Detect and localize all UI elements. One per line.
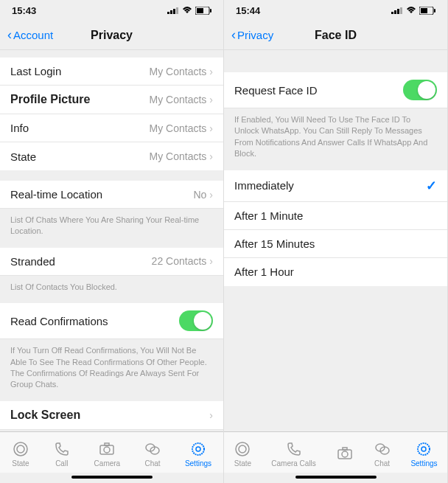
svg-point-8 xyxy=(17,445,24,453)
info-row[interactable]: Info My Contacts› xyxy=(0,114,223,142)
camera-icon xyxy=(336,445,354,462)
tab-chat[interactable]: Chat xyxy=(374,440,391,468)
chevron-left-icon: ‹ xyxy=(231,27,236,43)
svg-point-10 xyxy=(104,447,110,453)
row-label: After 15 Minutes xyxy=(234,237,315,250)
last-login-row[interactable]: Last Login My Contacts› xyxy=(0,58,223,86)
signal-icon xyxy=(391,7,403,14)
svg-rect-17 xyxy=(394,10,396,14)
row-label: After 1 Minute xyxy=(234,209,303,222)
battery-icon xyxy=(419,7,435,15)
gear-icon xyxy=(189,440,207,458)
row-value: › xyxy=(209,409,213,421)
wifi-icon xyxy=(182,7,192,14)
nav-bar: ‹ Privacy Face ID xyxy=(224,21,447,50)
tab-bar: State Camera Calls Chat Settings xyxy=(224,431,447,473)
row-label: Info xyxy=(10,122,29,134)
signal-icon xyxy=(167,7,179,14)
row-value: My Contacts› xyxy=(150,122,213,134)
svg-point-26 xyxy=(342,451,348,457)
chevron-right-icon: › xyxy=(209,189,213,201)
tab-settings[interactable]: Settings xyxy=(185,440,211,468)
row-label: Last Login xyxy=(10,65,61,77)
svg-rect-5 xyxy=(197,8,203,13)
location-footer: List Of Chats Where You Are Sharing Your… xyxy=(0,209,223,243)
chevron-right-icon: › xyxy=(209,409,213,421)
svg-rect-2 xyxy=(173,9,175,14)
svg-point-14 xyxy=(192,443,204,455)
svg-point-24 xyxy=(239,445,246,453)
phone-icon xyxy=(53,440,71,458)
request-faceid-row: Request Face ID xyxy=(224,72,447,108)
tab-state[interactable]: State xyxy=(12,440,29,468)
tab-call[interactable]: Camera Calls xyxy=(271,440,316,468)
stranded-footer: List Of Contacts You Blocked. xyxy=(0,276,223,299)
right-phone: 15:44 ‹ Privacy Face ID Request Face ID … xyxy=(224,0,448,483)
status-bar: 15:44 xyxy=(224,0,447,21)
back-button[interactable]: ‹ Account xyxy=(7,27,53,43)
status-icons xyxy=(391,7,435,15)
tab-state[interactable]: State xyxy=(234,440,251,468)
option-15-minutes[interactable]: After 15 Minutes xyxy=(224,230,447,258)
request-faceid-toggle[interactable] xyxy=(403,80,437,100)
tab-bar: State Call Camera Chat Settings xyxy=(0,431,223,473)
tab-settings[interactable]: Settings xyxy=(410,440,437,468)
read-confirmations-toggle[interactable] xyxy=(179,310,213,331)
option-1-hour[interactable]: After 1 Hour xyxy=(224,258,447,286)
battery-icon xyxy=(195,7,211,15)
back-button[interactable]: ‹ Privacy xyxy=(231,27,273,43)
option-1-minute[interactable]: After 1 Minute xyxy=(224,202,447,230)
chevron-right-icon: › xyxy=(209,94,213,105)
chevron-right-icon: › xyxy=(209,150,213,162)
row-value: No› xyxy=(193,189,213,201)
svg-point-23 xyxy=(236,442,249,456)
camera-icon xyxy=(98,440,116,458)
row-label: Stranded xyxy=(10,255,55,268)
status-time: 15:44 xyxy=(236,5,260,16)
status-icons xyxy=(167,7,211,15)
tab-chat[interactable]: Chat xyxy=(144,440,161,468)
row-value: My Contacts› xyxy=(150,66,213,77)
content: Last Login My Contacts› Profile Picture … xyxy=(0,50,223,431)
chevron-left-icon: ‹ xyxy=(7,27,12,43)
tab-camera[interactable]: Camera xyxy=(94,440,121,468)
svg-rect-18 xyxy=(397,9,399,14)
stranded-row[interactable]: Stranded 22 Contacts› xyxy=(0,248,223,276)
row-label: Lock Screen xyxy=(10,409,80,422)
home-indicator xyxy=(71,476,153,479)
page-title: Privacy xyxy=(91,29,133,42)
svg-rect-21 xyxy=(421,8,427,13)
tab-call[interactable]: Call xyxy=(53,440,71,468)
profile-picture-row[interactable]: Profile Picture My Contacts› xyxy=(0,86,223,114)
status-time: 15:43 xyxy=(12,5,36,16)
status-bar: 15:43 xyxy=(0,0,223,21)
svg-rect-11 xyxy=(105,443,109,445)
row-label: State xyxy=(10,150,36,163)
row-label: Immediately xyxy=(234,179,294,192)
chevron-right-icon: › xyxy=(209,66,213,77)
svg-rect-1 xyxy=(170,10,172,14)
tab-camera[interactable] xyxy=(336,445,354,464)
row-label: Real-time Location xyxy=(10,188,102,201)
row-label: Request Face ID xyxy=(234,84,318,97)
row-value: My Contacts› xyxy=(150,94,213,105)
state-row[interactable]: State My Contacts› xyxy=(0,142,223,170)
svg-point-30 xyxy=(418,443,430,455)
circle-icon xyxy=(234,440,251,458)
read-confirmations-row: Read Confirmations xyxy=(0,303,223,339)
content: Request Face ID If Enabled, You Will Nee… xyxy=(224,50,447,431)
svg-rect-27 xyxy=(343,448,347,450)
svg-rect-6 xyxy=(210,9,211,13)
location-row[interactable]: Real-time Location No› xyxy=(0,181,223,209)
row-label: Profile Picture xyxy=(10,93,90,106)
svg-rect-16 xyxy=(391,12,393,14)
svg-rect-19 xyxy=(400,7,402,14)
lock-screen-row[interactable]: Lock Screen › xyxy=(0,401,223,430)
faceid-footer: If Enabled, You Will Need To Use The Fac… xyxy=(224,108,447,166)
chevron-right-icon: › xyxy=(209,255,213,267)
svg-rect-22 xyxy=(434,9,435,13)
svg-point-7 xyxy=(14,442,27,456)
gear-icon xyxy=(415,440,433,458)
option-immediately[interactable]: Immediately ✓ xyxy=(224,170,447,202)
nav-bar: ‹ Account Privacy xyxy=(0,21,223,50)
